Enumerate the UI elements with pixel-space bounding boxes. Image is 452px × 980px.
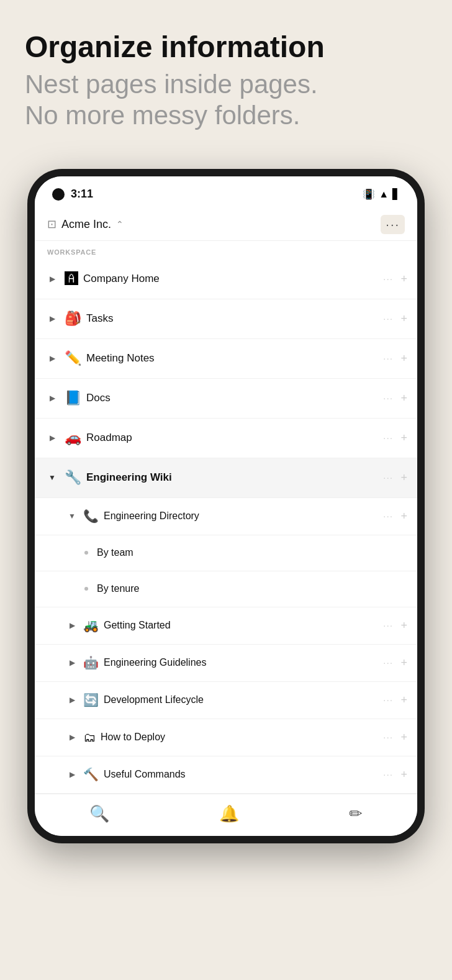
sidebar-item-docs[interactable]: ▶ 📘 Docs ··· + [35,379,417,419]
vibrate-icon: 📳 [363,188,375,200]
dots-meeting-notes[interactable]: ··· [383,353,393,363]
toggle-development-lifecycle[interactable]: ▶ [66,696,78,704]
label-by-tenure: By tenure [97,583,407,594]
toggle-tasks[interactable]: ▶ [45,314,60,323]
content-area: WORKSPACE ▶ 🅰 Company Home ··· + ▶ 🎒 Tas… [35,241,417,794]
actions-engineering-directory: ··· + [383,510,407,523]
emoji-how-to-deploy: 🗂 [83,730,96,745]
sidebar-item-engineering-wiki[interactable]: ▼ 🔧 Engineering Wiki ··· + [35,458,417,498]
actions-meeting-notes: ··· + [383,352,407,365]
dots-company-home[interactable]: ··· [383,274,393,284]
plus-useful-commands[interactable]: + [400,768,407,781]
sidebar-item-by-team[interactable]: By team [35,535,417,571]
dots-how-to-deploy[interactable]: ··· [383,732,393,742]
more-button[interactable]: ··· [381,215,405,234]
edit-nav-icon[interactable]: ✏ [349,804,363,823]
sidebar-item-engineering-directory[interactable]: ▼ 📞 Engineering Directory ··· + [35,498,417,535]
actions-how-to-deploy: ··· + [383,731,407,744]
plus-company-home[interactable]: + [400,273,407,286]
emoji-roadmap: 🚗 [65,430,81,446]
search-nav-icon[interactable]: 🔍 [89,804,109,823]
actions-useful-commands: ··· + [383,768,407,781]
label-roadmap: Roadmap [86,432,383,444]
plus-getting-started[interactable]: + [400,619,407,632]
actions-development-lifecycle: ··· + [383,694,407,707]
sidebar-item-meeting-notes[interactable]: ▶ ✏️ Meeting Notes ··· + [35,339,417,379]
chevron-icon: ⌃ [116,219,124,229]
sidebar-item-how-to-deploy[interactable]: ▶ 🗂 How to Deploy ··· + [35,719,417,756]
sidebar-item-tasks[interactable]: ▶ 🎒 Tasks ··· + [35,299,417,339]
wifi-icon: ▲ [379,189,389,200]
dots-development-lifecycle[interactable]: ··· [383,695,393,705]
dots-getting-started[interactable]: ··· [383,620,393,630]
toggle-engineering-wiki[interactable]: ▼ [45,473,60,482]
dots-engineering-wiki[interactable]: ··· [383,473,393,483]
sidebar-item-engineering-guidelines[interactable]: ▶ 🤖 Engineering Guidelines ··· + [35,645,417,682]
plus-development-lifecycle[interactable]: + [400,694,407,707]
sidebar-item-useful-commands[interactable]: ▶ 🔨 Useful Commands ··· + [35,756,417,794]
hero-section: Organize information Nest pages inside p… [0,0,452,157]
label-engineering-wiki: Engineering Wiki [86,471,383,484]
toggle-company-home[interactable]: ▶ [45,274,60,283]
sidebar-item-roadmap[interactable]: ▶ 🚗 Roadmap ··· + [35,419,417,458]
dots-engineering-guidelines[interactable]: ··· [383,658,393,668]
section-label: WORKSPACE [35,241,417,260]
emoji-meeting-notes: ✏️ [65,350,81,366]
toggle-docs[interactable]: ▶ [45,394,60,402]
toggle-useful-commands[interactable]: ▶ [66,770,78,779]
phone-wrapper: 3:11 📳 ▲ ▋ ⊡ Acme Inc. ⌃ ··· [27,169,425,843]
emoji-development-lifecycle: 🔄 [83,692,99,707]
sidebar-item-by-tenure[interactable]: By tenure [35,571,417,607]
label-development-lifecycle: Development Lifecycle [104,694,383,706]
bell-nav-icon[interactable]: 🔔 [219,804,239,823]
plus-engineering-wiki[interactable]: + [400,471,407,484]
actions-engineering-guidelines: ··· + [383,656,407,669]
dots-engineering-directory[interactable]: ··· [383,511,393,521]
plus-docs[interactable]: + [400,392,407,405]
toggle-engineering-guidelines[interactable]: ▶ [66,658,78,667]
plus-tasks[interactable]: + [400,312,407,325]
plus-meeting-notes[interactable]: + [400,352,407,365]
toggle-getting-started[interactable]: ▶ [66,621,78,630]
actions-docs: ··· + [383,392,407,405]
plus-engineering-directory[interactable]: + [400,510,407,523]
emoji-docs: 📘 [65,390,81,406]
toggle-meeting-notes[interactable]: ▶ [45,354,60,363]
actions-engineering-wiki: ··· + [383,471,407,484]
sidebar-item-development-lifecycle[interactable]: ▶ 🔄 Development Lifecycle ··· + [35,682,417,719]
toggle-engineering-directory[interactable]: ▼ [66,512,78,520]
plus-roadmap[interactable]: + [400,432,407,445]
actions-tasks: ··· + [383,312,407,325]
workspace-name[interactable]: ⊡ Acme Inc. ⌃ [47,217,124,231]
phone-screen: 3:11 📳 ▲ ▋ ⊡ Acme Inc. ⌃ ··· [35,176,417,836]
dots-docs[interactable]: ··· [383,393,393,403]
status-bar: 3:11 📳 ▲ ▋ [35,176,417,209]
status-icons: 📳 ▲ ▋ [363,188,400,200]
dots-useful-commands[interactable]: ··· [383,769,393,779]
workspace-label: Acme Inc. [61,218,111,231]
status-time: 3:11 [71,188,93,201]
toggle-how-to-deploy[interactable]: ▶ [66,733,78,742]
phone-frame: 3:11 📳 ▲ ▋ ⊡ Acme Inc. ⌃ ··· [27,169,425,843]
dots-roadmap[interactable]: ··· [383,433,393,443]
sidebar-item-company-home[interactable]: ▶ 🅰 Company Home ··· + [35,260,417,299]
sidebar-item-getting-started[interactable]: ▶ 🚜 Getting Started ··· + [35,607,417,645]
label-by-team: By team [97,547,407,558]
emoji-useful-commands: 🔨 [83,767,99,782]
bottom-nav: 🔍 🔔 ✏ [35,794,417,836]
label-docs: Docs [86,392,383,404]
emoji-engineering-wiki: 🔧 [65,470,81,486]
label-engineering-guidelines: Engineering Guidelines [104,657,383,668]
label-meeting-notes: Meeting Notes [86,352,383,365]
emoji-company-home: 🅰 [65,271,78,287]
dots-tasks[interactable]: ··· [383,314,393,324]
label-useful-commands: Useful Commands [104,769,383,780]
workspace-icon: ⊡ [47,217,56,231]
toggle-roadmap[interactable]: ▶ [45,433,60,442]
actions-company-home: ··· + [383,273,407,286]
hero-title: Organize information [25,31,427,64]
label-tasks: Tasks [86,312,383,325]
plus-how-to-deploy[interactable]: + [400,731,407,744]
plus-engineering-guidelines[interactable]: + [400,656,407,669]
label-how-to-deploy: How to Deploy [101,732,383,743]
